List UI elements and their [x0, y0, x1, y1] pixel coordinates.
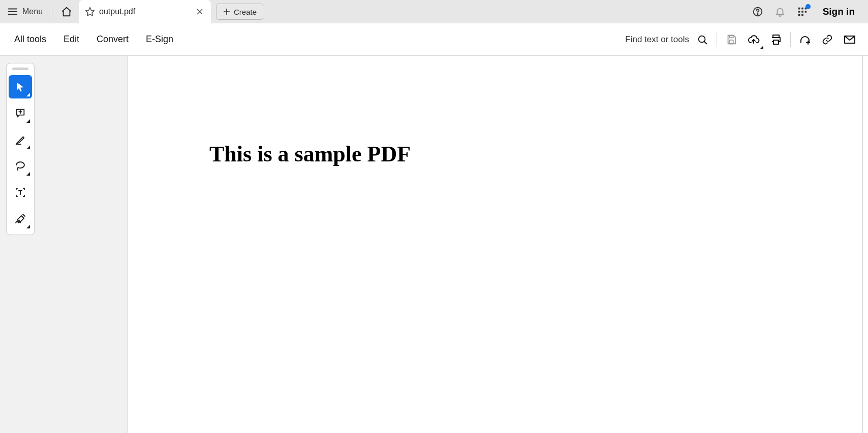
create-button[interactable]: Create [216, 4, 263, 20]
document-tab[interactable]: output.pdf [79, 0, 211, 23]
svg-rect-20 [729, 35, 733, 38]
home-button[interactable] [56, 2, 77, 21]
tool-palette [6, 63, 35, 235]
tab-title: output.pdf [99, 7, 189, 16]
plus-icon [223, 8, 231, 16]
comment-icon [15, 108, 26, 119]
star-icon[interactable] [85, 7, 95, 17]
home-icon [61, 6, 72, 17]
document-viewport[interactable]: This is a sample PDF [128, 56, 868, 433]
close-tab-button[interactable] [193, 5, 207, 19]
highlight-tool[interactable] [9, 128, 32, 151]
app-switcher-button[interactable] [792, 2, 813, 21]
svg-rect-13 [798, 11, 800, 13]
comment-tool[interactable] [9, 102, 32, 125]
share-ai-button[interactable] [794, 29, 816, 50]
email-button[interactable] [839, 29, 861, 50]
menu-all-tools[interactable]: All tools [8, 30, 52, 49]
mail-icon [844, 34, 856, 46]
divider [790, 32, 791, 47]
palette-grip[interactable] [12, 68, 28, 70]
text-box-tool[interactable] [9, 181, 32, 204]
menu-convert[interactable]: Convert [90, 30, 135, 49]
svg-rect-10 [798, 8, 800, 10]
sign-in-button[interactable]: Sign in [815, 2, 863, 21]
main-menu-label: Menu [22, 7, 43, 16]
svg-rect-21 [729, 40, 733, 43]
svg-rect-23 [773, 40, 779, 44]
svg-rect-11 [801, 8, 803, 10]
divider [717, 32, 717, 47]
title-bar: Menu output.pdf [0, 0, 868, 23]
pdf-page: This is a sample PDF [128, 56, 863, 433]
left-panel [0, 56, 128, 433]
save-button[interactable] [720, 29, 742, 50]
notifications-button[interactable] [770, 2, 790, 21]
main-menu-button[interactable]: Menu [4, 3, 48, 21]
print-button[interactable] [765, 29, 787, 50]
save-icon [726, 34, 737, 45]
svg-point-9 [757, 14, 758, 14]
menu-edit[interactable]: Edit [57, 30, 85, 49]
text-select-icon [14, 186, 26, 198]
help-icon [752, 6, 763, 17]
highlighter-icon [15, 134, 26, 145]
link-icon [822, 34, 833, 45]
cloud-upload-button[interactable] [742, 29, 765, 50]
cloud-upload-icon [748, 34, 760, 46]
svg-rect-16 [798, 14, 800, 16]
svg-rect-17 [801, 14, 803, 16]
sign-tool[interactable] [9, 207, 32, 230]
search-icon [697, 34, 708, 45]
draw-tool[interactable] [9, 154, 32, 178]
help-button[interactable] [748, 2, 768, 21]
link-button[interactable] [816, 29, 839, 50]
print-icon [770, 34, 782, 46]
select-tool[interactable] [9, 75, 32, 98]
lasso-icon [14, 160, 26, 172]
search-button[interactable] [691, 29, 714, 50]
document-heading: This is a sample PDF [209, 141, 862, 167]
create-button-label: Create [234, 8, 257, 16]
hamburger-icon [7, 6, 18, 17]
svg-rect-15 [804, 11, 807, 13]
signature-icon [14, 213, 26, 225]
close-icon [196, 8, 204, 16]
workspace: This is a sample PDF [0, 56, 868, 433]
sign-in-label: Sign in [823, 6, 855, 17]
svg-line-19 [704, 41, 707, 44]
svg-rect-14 [801, 11, 803, 13]
cursor-icon [15, 81, 26, 92]
svg-marker-3 [86, 8, 95, 16]
divider [52, 5, 52, 19]
chrome-right-group: Sign in [748, 2, 863, 21]
notification-dot [805, 4, 811, 9]
bell-icon [774, 6, 786, 17]
ai-assist-icon [799, 34, 811, 46]
toolbar: All tools Edit Convert E-Sign Find text … [0, 23, 868, 56]
search-hint[interactable]: Find text or tools [625, 35, 689, 45]
menu-esign[interactable]: E-Sign [140, 30, 179, 49]
